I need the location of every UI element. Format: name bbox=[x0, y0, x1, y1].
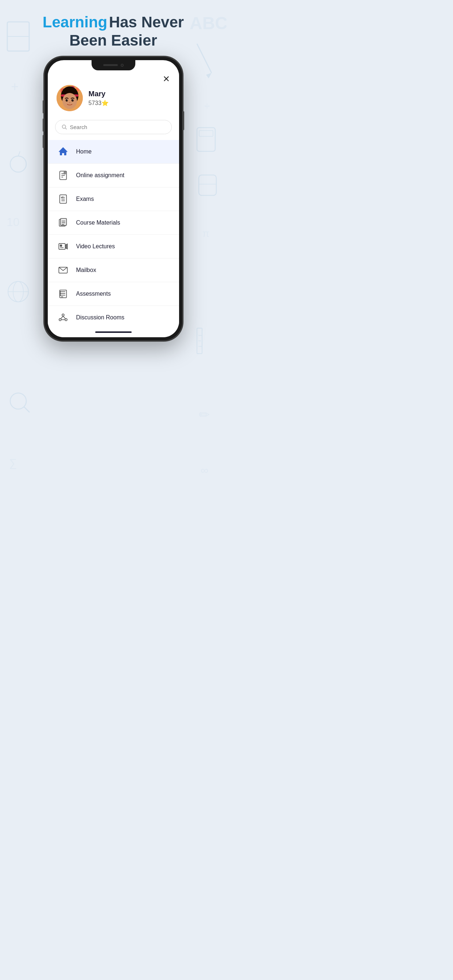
menu-item-discussion-rooms[interactable]: Discussion Rooms bbox=[48, 306, 179, 327]
menu-label-video-lectures: Video Lectures bbox=[76, 243, 115, 250]
svg-point-46 bbox=[62, 125, 65, 128]
menu-content: Mary 5733⭐ bbox=[48, 70, 179, 337]
svg-line-10 bbox=[18, 151, 20, 156]
video-lectures-icon bbox=[57, 240, 70, 253]
close-button[interactable] bbox=[161, 73, 172, 84]
menu-label-mailbox: Mailbox bbox=[76, 267, 96, 274]
svg-point-41 bbox=[65, 99, 68, 101]
menu-label-course-materials: Course Materials bbox=[76, 220, 120, 226]
svg-rect-11 bbox=[199, 175, 216, 196]
menu-item-video-lectures[interactable]: Video Lectures bbox=[48, 235, 179, 258]
svg-rect-7 bbox=[197, 127, 215, 151]
online-assignment-icon bbox=[57, 169, 70, 182]
svg-line-78 bbox=[61, 316, 63, 319]
svg-point-75 bbox=[62, 314, 64, 316]
svg-point-73 bbox=[60, 293, 61, 293]
svg-rect-1 bbox=[7, 22, 29, 51]
phone-mockup: Mary 5733⭐ bbox=[44, 57, 183, 341]
svg-rect-8 bbox=[199, 130, 213, 136]
mailbox-icon bbox=[57, 264, 70, 277]
svg-line-3 bbox=[197, 44, 212, 73]
course-materials-icon bbox=[57, 216, 70, 229]
svg-point-64 bbox=[60, 245, 62, 247]
search-icon bbox=[61, 124, 67, 130]
hero-title: Learning Has Never Been Easier bbox=[43, 13, 184, 50]
svg-text:π: π bbox=[203, 228, 209, 239]
svg-point-9 bbox=[10, 156, 26, 172]
svg-rect-62 bbox=[59, 243, 65, 250]
menu-item-online-assignment[interactable]: Online assignment bbox=[48, 164, 179, 188]
menu-item-assessments[interactable]: Assessments bbox=[48, 282, 179, 306]
avatar bbox=[57, 85, 83, 111]
discussion-rooms-icon bbox=[57, 311, 70, 324]
menu-label-exams: Exams bbox=[76, 196, 94, 202]
menu-label-discussion-rooms: Discussion Rooms bbox=[76, 314, 124, 321]
search-bar[interactable] bbox=[55, 120, 172, 134]
svg-marker-63 bbox=[65, 244, 67, 249]
menu-label-assessments: Assessments bbox=[76, 291, 111, 297]
svg-line-79 bbox=[63, 316, 65, 319]
svg-point-77 bbox=[65, 319, 67, 321]
svg-rect-52 bbox=[64, 171, 65, 174]
assessments-icon bbox=[57, 287, 70, 301]
menu-label-home: Home bbox=[76, 148, 92, 155]
svg-text:∞: ∞ bbox=[201, 464, 208, 476]
home-bar-indicator bbox=[95, 331, 132, 333]
menu-item-mailbox[interactable]: Mailbox bbox=[48, 258, 179, 282]
svg-point-74 bbox=[60, 294, 61, 295]
svg-point-76 bbox=[59, 319, 61, 321]
phone-screen: Mary 5733⭐ bbox=[48, 60, 179, 337]
hero-highlight: Learning bbox=[43, 13, 107, 30]
menu-label-online-assignment: Online assignment bbox=[76, 172, 125, 179]
svg-text:✏: ✏ bbox=[199, 407, 210, 422]
hero-normal-1: Has Never bbox=[109, 13, 184, 30]
svg-marker-4 bbox=[206, 73, 212, 78]
phone-notch bbox=[91, 60, 135, 70]
svg-point-44 bbox=[73, 100, 73, 100]
svg-text:ABC: ABC bbox=[190, 13, 226, 33]
user-profile: Mary 5733⭐ bbox=[48, 70, 179, 118]
svg-point-72 bbox=[60, 291, 61, 292]
svg-line-47 bbox=[65, 128, 67, 129]
menu-item-exams[interactable]: Exams bbox=[48, 188, 179, 211]
hero-normal-2: Been Easier bbox=[69, 32, 157, 49]
svg-text:∑: ∑ bbox=[9, 457, 17, 469]
user-points: 5733⭐ bbox=[89, 100, 109, 107]
svg-rect-18 bbox=[197, 328, 202, 354]
svg-text:+: + bbox=[11, 79, 19, 94]
menu-item-home[interactable]: Home bbox=[48, 140, 179, 164]
menu-item-course-materials[interactable]: Course Materials bbox=[48, 211, 179, 235]
svg-point-42 bbox=[72, 99, 74, 101]
phone-outer: Mary 5733⭐ bbox=[44, 57, 183, 341]
svg-point-43 bbox=[67, 100, 67, 100]
svg-text:÷: ÷ bbox=[204, 100, 210, 111]
svg-text:10: 10 bbox=[6, 215, 20, 229]
home-bar bbox=[48, 327, 179, 337]
user-info: Mary 5733⭐ bbox=[89, 90, 109, 107]
svg-point-16 bbox=[13, 282, 23, 302]
svg-point-40 bbox=[62, 93, 77, 109]
user-name: Mary bbox=[89, 90, 109, 98]
svg-line-23 bbox=[24, 407, 29, 412]
exams-icon bbox=[57, 192, 70, 205]
notch-speaker bbox=[103, 64, 118, 66]
search-input[interactable] bbox=[70, 124, 166, 130]
home-icon bbox=[57, 145, 70, 158]
svg-point-15 bbox=[8, 282, 29, 302]
svg-point-22 bbox=[10, 393, 26, 409]
svg-point-45 bbox=[69, 102, 70, 103]
menu-list: Home Online a bbox=[48, 140, 179, 327]
notch-camera bbox=[121, 64, 124, 67]
